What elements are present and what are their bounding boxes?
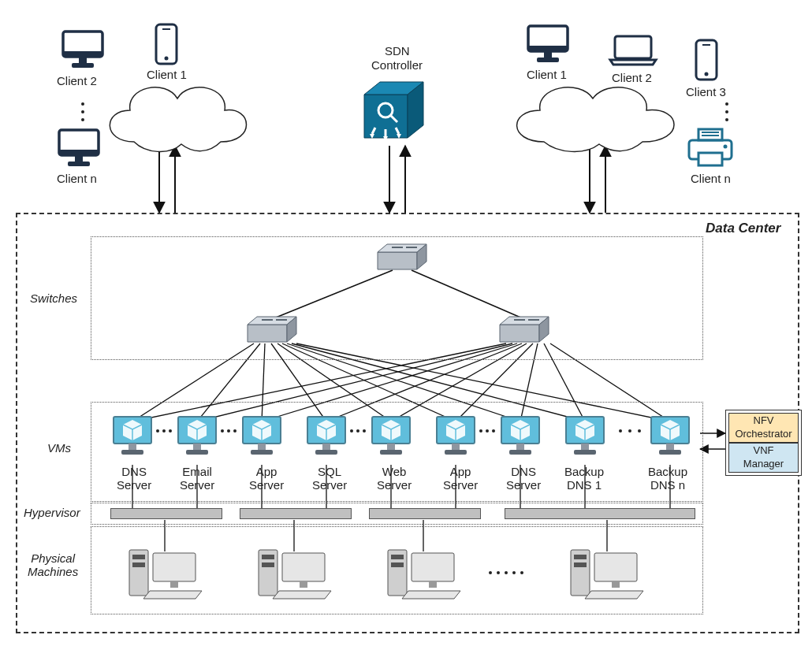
printer-icon <box>686 126 735 169</box>
svg-rect-140 <box>262 555 274 559</box>
desktop-icon <box>55 126 102 169</box>
vm-icon <box>175 414 219 459</box>
server-icon <box>385 544 464 605</box>
client-label: Client 1 <box>527 68 567 81</box>
sdn-title-line1: SDN <box>385 44 410 58</box>
svg-rect-115 <box>452 444 460 450</box>
switch-icon <box>376 243 428 273</box>
cloud-icon <box>497 75 694 162</box>
svg-rect-62 <box>544 51 552 58</box>
ellipsis-icon <box>350 429 366 433</box>
vm-label: BackupDNS 1 <box>564 465 604 492</box>
switch-icon <box>498 315 550 345</box>
svg-rect-136 <box>132 562 145 567</box>
datacenter-title: Data Center <box>706 221 780 236</box>
svg-rect-100 <box>258 444 266 450</box>
section-label-physical: Physical Machines <box>28 551 78 578</box>
svg-rect-153 <box>612 581 620 588</box>
vm-label: BackupDNS n <box>648 465 687 492</box>
svg-rect-121 <box>509 450 531 455</box>
svg-rect-137 <box>153 553 196 581</box>
svg-rect-148 <box>429 581 437 588</box>
svg-point-66 <box>705 72 709 76</box>
vm-label: EmailServer <box>180 465 214 492</box>
vm-icon <box>648 414 692 459</box>
svg-rect-95 <box>193 444 201 450</box>
svg-rect-151 <box>574 562 587 567</box>
vm-label: DNSServer <box>117 465 151 492</box>
vnf-manager-box: VNF Manager <box>728 443 799 473</box>
cloud-icon <box>91 75 260 162</box>
client-label: Client n <box>57 172 97 185</box>
section-label-hypervisor: Hypervisor <box>24 506 80 519</box>
svg-rect-42 <box>63 51 102 57</box>
svg-rect-143 <box>300 581 307 588</box>
svg-rect-120 <box>516 444 524 450</box>
svg-rect-101 <box>251 450 273 455</box>
svg-rect-63 <box>537 58 559 62</box>
vm-icon <box>563 414 607 459</box>
hypervisor-bar <box>505 508 695 519</box>
vm-icon <box>434 414 478 459</box>
laptop-icon <box>607 33 659 68</box>
svg-rect-73 <box>698 153 722 165</box>
sdn-controller-icon <box>363 79 434 146</box>
vm-label: AppServer <box>249 465 284 492</box>
hypervisor-bar <box>240 508 352 519</box>
svg-point-72 <box>724 145 728 149</box>
svg-rect-105 <box>322 444 330 450</box>
phone-icon <box>154 22 179 66</box>
vm-icon <box>240 414 284 459</box>
svg-rect-138 <box>170 581 178 588</box>
svg-rect-111 <box>380 450 402 455</box>
client-label: Client 2 <box>612 71 652 84</box>
svg-rect-91 <box>121 450 143 455</box>
vm-icon <box>304 414 348 459</box>
svg-rect-49 <box>59 150 99 155</box>
svg-rect-110 <box>387 444 395 450</box>
svg-rect-150 <box>574 555 587 559</box>
svg-rect-116 <box>445 450 467 455</box>
client-label: Client 2 <box>57 74 97 87</box>
svg-rect-152 <box>594 553 637 581</box>
svg-marker-79 <box>248 325 287 342</box>
ellipsis-icon <box>81 102 84 121</box>
ellipsis-icon <box>221 429 237 433</box>
vm-label: DNSServer <box>506 465 541 492</box>
vm-label: WebServer <box>377 465 412 492</box>
desktop-icon <box>524 22 572 65</box>
client-label: Client 3 <box>686 85 726 98</box>
client-label: Client 1 <box>147 68 187 81</box>
svg-rect-141 <box>262 562 274 567</box>
svg-rect-106 <box>315 450 337 455</box>
phone-icon <box>694 38 719 82</box>
vm-label: AppServer <box>443 465 478 492</box>
svg-rect-90 <box>129 444 136 450</box>
section-label-vms: VMs <box>47 441 71 455</box>
vm-icon <box>110 414 155 459</box>
svg-rect-130 <box>666 444 674 450</box>
ellipsis-icon <box>156 429 172 433</box>
server-icon <box>126 544 205 605</box>
section-label-switches: Switches <box>30 291 77 305</box>
ellipsis-icon <box>725 102 728 121</box>
ellipsis-icon <box>489 571 523 574</box>
svg-marker-58 <box>383 136 388 141</box>
svg-rect-126 <box>574 450 596 455</box>
server-icon <box>255 544 334 605</box>
ellipsis-icon <box>619 429 641 433</box>
vm-icon <box>498 414 542 459</box>
svg-rect-131 <box>659 450 681 455</box>
client-label: Client n <box>691 172 731 185</box>
diagram-root: Client 2 Client 1 Client n SDN Controlle… <box>0 0 812 646</box>
hypervisor-bar <box>369 508 481 519</box>
svg-rect-96 <box>186 450 208 455</box>
nfv-orchestrator-box: NFV Orchestrator <box>728 413 799 443</box>
svg-marker-84 <box>500 325 539 342</box>
svg-rect-43 <box>79 57 87 63</box>
svg-rect-125 <box>581 444 589 450</box>
svg-rect-50 <box>75 155 83 162</box>
switch-icon <box>246 315 298 345</box>
svg-rect-44 <box>72 63 94 68</box>
vm-label: SQLServer <box>312 465 347 492</box>
